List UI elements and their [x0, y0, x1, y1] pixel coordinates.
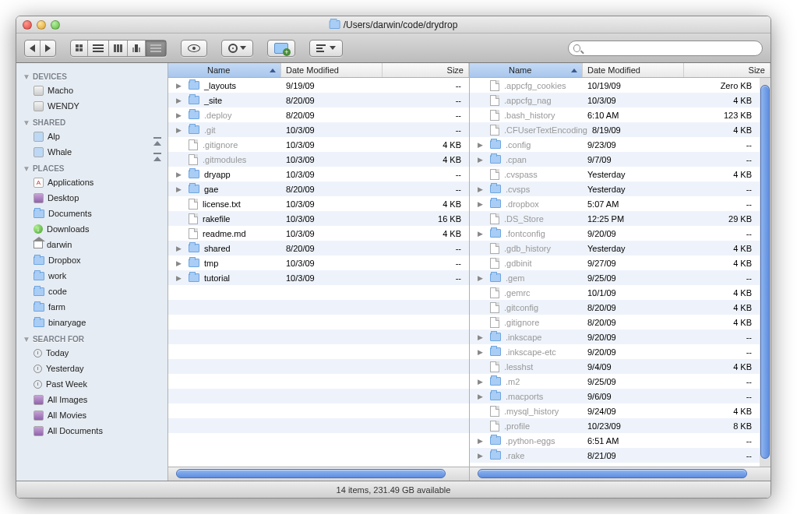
list-view-button[interactable]: [88, 41, 109, 56]
disclosure-triangle[interactable]: ▶: [478, 437, 485, 445]
file-row[interactable]: ▶.cvspsYesterday--: [470, 181, 760, 196]
sidebar-item[interactable]: Documents: [16, 206, 168, 221]
horizontal-scrollbar[interactable]: [168, 467, 469, 481]
file-row[interactable]: .gitignore8/20/094 KB: [470, 315, 760, 329]
disclosure-triangle[interactable]: ▶: [176, 274, 184, 282]
sidebar-header[interactable]: ▼ PLACES: [16, 160, 168, 174]
file-row[interactable]: ▶.deploy8/20/09--: [168, 107, 469, 122]
col-size[interactable]: Size: [684, 63, 770, 77]
file-row[interactable]: .gitignore10/3/094 KB: [168, 137, 469, 152]
file-row[interactable]: ▶.fontconfig9/20/09--: [470, 226, 760, 241]
sidebar-item[interactable]: darwin: [16, 237, 168, 252]
file-row[interactable]: rakefile10/3/0916 KB: [168, 211, 469, 226]
file-row[interactable]: .bash_history6:10 AM123 KB: [470, 107, 760, 122]
sidebar-item[interactable]: All Images: [16, 392, 168, 407]
disclosure-triangle[interactable]: ▶: [176, 111, 184, 119]
sidebar-item[interactable]: code: [16, 284, 168, 299]
file-row[interactable]: .appcfg_nag10/3/094 KB: [470, 93, 760, 107]
disclosure-triangle[interactable]: ▶: [176, 171, 184, 178]
new-folder-button[interactable]: [267, 40, 295, 57]
file-row[interactable]: .DS_Store12:25 PM29 KB: [470, 211, 760, 226]
file-row[interactable]: ▶tutorial10/3/09--: [168, 270, 469, 285]
file-row[interactable]: ▶.inkscape-etc9/20/09--: [470, 344, 760, 359]
file-row[interactable]: ▶gae8/20/09--: [168, 181, 469, 196]
disclosure-triangle[interactable]: ▶: [176, 245, 184, 252]
file-row[interactable]: ▶_layouts9/19/09--: [168, 78, 469, 93]
sidebar-item[interactable]: binaryage: [16, 315, 168, 330]
sidebar-item[interactable]: farm: [16, 299, 168, 315]
file-row[interactable]: ▶.rake8/21/09--: [470, 448, 760, 463]
search-input[interactable]: [585, 44, 757, 53]
file-row[interactable]: .profile10/23/098 KB: [470, 418, 760, 433]
coverflow-view-button[interactable]: [128, 41, 146, 56]
disclosure-triangle[interactable]: ▶: [478, 156, 485, 164]
arrange-menu-button[interactable]: [309, 40, 343, 57]
file-list[interactable]: .appcfg_cookies10/19/09Zero KB.appcfg_na…: [470, 78, 770, 467]
sidebar-header[interactable]: ▼ DEVICES: [16, 68, 168, 83]
column-view-button[interactable]: [109, 41, 128, 56]
file-row[interactable]: ▶tmp10/3/09--: [168, 255, 469, 270]
disclosure-triangle[interactable]: ▶: [176, 185, 184, 193]
sidebar-item[interactable]: Alp: [16, 129, 168, 144]
disclosure-triangle[interactable]: ▶: [478, 141, 485, 149]
horizontal-scrollbar[interactable]: [470, 467, 770, 481]
file-row[interactable]: ▶dryapp10/3/09--: [168, 167, 469, 181]
sidebar-item[interactable]: Macho: [16, 83, 168, 98]
sidebar-item[interactable]: ↓Downloads: [16, 221, 168, 237]
disclosure-triangle[interactable]: ▶: [176, 126, 184, 134]
eject-button[interactable]: [153, 146, 161, 158]
col-name[interactable]: Name: [168, 63, 281, 77]
col-date[interactable]: Date Modified: [281, 63, 383, 77]
back-button[interactable]: [25, 41, 41, 56]
file-row[interactable]: .gitmodules10/3/094 KB: [168, 152, 469, 167]
file-row[interactable]: .mysql_history9/24/094 KB: [470, 403, 760, 418]
file-row[interactable]: ▶.config9/23/09--: [470, 137, 760, 152]
file-row[interactable]: ▶.dropbox5:07 AM--: [470, 196, 760, 211]
file-row[interactable]: ▶.m29/25/09--: [470, 374, 760, 389]
file-row[interactable]: .gitconfig8/20/094 KB: [470, 300, 760, 315]
sidebar-item[interactable]: Past Week: [16, 376, 168, 392]
col-name[interactable]: Name: [470, 63, 583, 77]
file-list[interactable]: ▶_layouts9/19/09--▶_site8/20/09--▶.deplo…: [168, 78, 469, 467]
file-row[interactable]: ▶shared8/20/09--: [168, 241, 469, 255]
col-size[interactable]: Size: [383, 63, 469, 77]
col-date[interactable]: Date Modified: [583, 63, 684, 77]
vertical-scrollbar-thumb[interactable]: [760, 85, 770, 459]
titlebar[interactable]: /Users/darwin/code/drydrop: [16, 16, 770, 33]
disclosure-triangle[interactable]: ▶: [478, 393, 485, 400]
minimize-button[interactable]: [37, 20, 46, 30]
action-menu-button[interactable]: [221, 40, 253, 57]
file-row[interactable]: ▶.gem9/25/09--: [470, 270, 760, 285]
file-row[interactable]: ▶.git10/3/09--: [168, 122, 469, 137]
search-field[interactable]: [568, 41, 763, 56]
sidebar-item[interactable]: All Movies: [16, 407, 168, 423]
scrollbar-thumb[interactable]: [478, 469, 747, 478]
file-row[interactable]: .gdb_historyYesterday4 KB: [470, 241, 760, 255]
sidebar-header[interactable]: ▼ SHARED: [16, 114, 168, 129]
file-row[interactable]: .gemrc10/1/094 KB: [470, 285, 760, 300]
sidebar-item[interactable]: Whale: [16, 144, 168, 160]
sidebar-item[interactable]: work: [16, 268, 168, 284]
file-row[interactable]: license.txt10/3/094 KB: [168, 196, 469, 211]
sidebar-item[interactable]: WENDY: [16, 98, 168, 114]
icon-view-button[interactable]: [71, 41, 88, 56]
close-button[interactable]: [23, 20, 32, 30]
file-row[interactable]: .lesshst9/4/094 KB: [470, 359, 760, 374]
file-row[interactable]: ▶.macports9/6/09--: [470, 389, 760, 403]
sidebar-header[interactable]: ▼ SEARCH FOR: [16, 330, 168, 345]
disclosure-triangle[interactable]: ▶: [176, 97, 184, 104]
disclosure-triangle[interactable]: ▶: [176, 259, 184, 267]
file-row[interactable]: ▶.python-eggs6:51 AM--: [470, 433, 760, 448]
sidebar-item[interactable]: AApplications: [16, 174, 168, 190]
sidebar-item[interactable]: All Documents: [16, 423, 168, 439]
sidebar-item[interactable]: Desktop: [16, 190, 168, 206]
disclosure-triangle[interactable]: ▶: [176, 82, 184, 90]
quicklook-button[interactable]: [181, 40, 207, 57]
eject-button[interactable]: [153, 130, 161, 143]
disclosure-triangle[interactable]: ▶: [478, 348, 485, 356]
disclosure-triangle[interactable]: ▶: [478, 452, 485, 460]
dual-view-button[interactable]: [146, 41, 166, 56]
file-row[interactable]: ▶.inkscape9/20/09--: [470, 329, 760, 344]
disclosure-triangle[interactable]: ▶: [478, 274, 485, 282]
file-row[interactable]: .appcfg_cookies10/19/09Zero KB: [470, 78, 760, 93]
